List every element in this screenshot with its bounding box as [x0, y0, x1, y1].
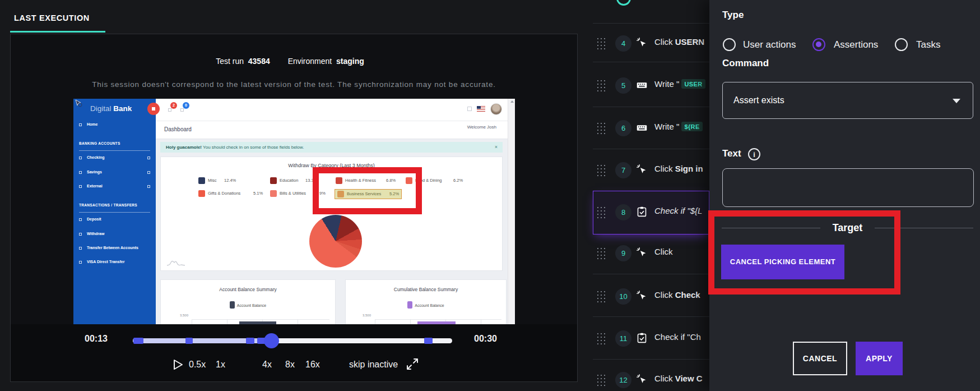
seekbar-event-marker[interactable]	[133, 338, 143, 344]
speed-16x-button[interactable]: 16x	[305, 360, 320, 370]
step-label: Click Check	[654, 290, 700, 300]
step-number-badge: 12	[615, 372, 631, 388]
step-number-badge: 4	[615, 35, 631, 52]
execution-player-panel: Test run 43584 Environment staging This …	[10, 34, 578, 382]
info-icon[interactable]: i	[748, 148, 760, 160]
radio-user-actions-label[interactable]: User actions	[743, 39, 796, 50]
nav-label: Withdraw	[87, 232, 104, 236]
speed-4x-button[interactable]: 4x	[262, 360, 272, 370]
seekbar-event-marker[interactable]	[424, 338, 433, 344]
nav-square-icon	[79, 185, 82, 188]
card-title: Cumulative Balance Summary	[346, 287, 506, 292]
fullscreen-icon[interactable]	[406, 358, 419, 370]
radio-tasks[interactable]	[895, 38, 908, 51]
drag-handle-icon[interactable]	[596, 332, 606, 345]
withdraw-pie-chart	[309, 215, 362, 268]
drag-handle-icon[interactable]	[596, 37, 606, 50]
seekbar-event-marker[interactable]	[185, 338, 193, 344]
step-row-6[interactable]: 6 Write " ${RE	[578, 116, 709, 140]
apps-icon	[467, 107, 472, 111]
assertion-text-input[interactable]	[722, 168, 974, 207]
seekbar-event-marker[interactable]	[246, 338, 254, 344]
nav-divider	[79, 212, 150, 213]
nav-label: Home	[87, 122, 97, 126]
apply-button[interactable]: APPLY	[856, 342, 903, 375]
speed-0-5x-button[interactable]: 0.5x	[189, 360, 206, 370]
step-row-11[interactable]: 11 Check if "Ch	[578, 326, 709, 351]
type-section-label: Type	[722, 10, 744, 21]
cursor-click-icon	[636, 164, 648, 176]
alert-close-icon: ×	[495, 142, 498, 153]
seekbar-playhead[interactable]	[264, 333, 279, 348]
step-row-12[interactable]: 12 Click View C	[578, 367, 709, 391]
drag-handle-icon[interactable]	[596, 290, 606, 303]
cancel-button[interactable]: CANCEL	[793, 342, 847, 375]
command-dropdown[interactable]: Assert exists	[722, 82, 973, 119]
environment-label: Environment	[288, 57, 332, 66]
speed-1x-button[interactable]: 1x	[216, 360, 225, 370]
drag-handle-icon[interactable]	[596, 79, 606, 92]
step-row-9[interactable]: 9 Click	[578, 241, 709, 265]
bank-nav-external: External	[73, 184, 156, 192]
step-number-badge: 6	[615, 120, 631, 136]
scroll-up-chevron-icon[interactable]	[616, 0, 631, 6]
legend-swatch-gifts-donations	[198, 190, 205, 197]
nav-label: Deposit	[87, 217, 101, 221]
step-row-4[interactable]: 4 Click USERN	[578, 31, 709, 56]
step-row-5[interactable]: 5 Write " USER	[578, 73, 709, 98]
nav-label: Transfer Between Accounts	[87, 246, 138, 250]
video-viewport[interactable]: Digital Bank Home BANKING ACCOUNTS Check…	[73, 99, 515, 325]
step-row-10[interactable]: 10 Click Check	[578, 284, 709, 309]
video-inner-scrollbar[interactable]	[508, 99, 515, 325]
tab-active-underline	[10, 31, 105, 33]
speed-8x-button[interactable]: 8x	[285, 360, 295, 370]
legend-label: Bills & Utilities	[280, 191, 306, 196]
play-button[interactable]	[171, 358, 184, 371]
step-label: Click View C	[654, 374, 703, 383]
bank-nav-transfer-between: Transfer Between Accounts	[73, 246, 156, 254]
bank-nav-section-transactions: TRANSACTIONS / TRANSFERS	[79, 203, 152, 207]
notification-badge-blue: 0	[183, 102, 189, 109]
radio-assertions-label[interactable]: Assertions	[834, 39, 878, 50]
legend-swatch-account-balance	[407, 301, 412, 309]
bank-logo-light: Digital	[90, 104, 112, 113]
nav-label: VISA Direct Transfer	[87, 260, 124, 264]
nav-square-icon	[79, 218, 82, 221]
step-number-badge: 9	[615, 245, 631, 261]
legend-value: 12.4%	[224, 178, 236, 183]
step-label: Check if "${L	[654, 206, 702, 215]
nav-label: Savings	[87, 170, 102, 174]
radio-user-actions[interactable]	[723, 38, 736, 51]
annotation-rectangle-legend	[313, 167, 422, 214]
chevron-down-icon	[953, 99, 960, 103]
drag-handle-icon[interactable]	[596, 206, 606, 219]
scroll-up-arrow-icon	[510, 100, 514, 103]
bank-alert-banner: Holy guacamole! You should check in on s…	[160, 142, 503, 153]
welcome-text: Welcome Josh	[467, 125, 496, 130]
step-label: Click Sign in	[654, 164, 703, 173]
run-info: Test run 43584 Environment staging	[11, 57, 577, 66]
radio-tasks-label[interactable]: Tasks	[916, 39, 940, 50]
radio-assertions-selected[interactable]	[812, 38, 825, 51]
bank-logo: Digital Bank	[90, 104, 132, 113]
keyboard-icon	[636, 122, 648, 134]
seekbar[interactable]	[133, 338, 452, 343]
nav-square-icon-right	[147, 185, 150, 188]
cursor-click-icon	[636, 37, 648, 49]
drag-handle-icon[interactable]	[596, 374, 606, 387]
bank-nav-deposit: Deposit	[73, 217, 156, 225]
bank-title-row: Dashboard Welcome Josh	[156, 121, 508, 139]
drag-handle-icon[interactable]	[596, 247, 606, 260]
step-row-7[interactable]: 7 Click Sign in	[578, 158, 709, 182]
step-label: Check if "Ch	[654, 332, 701, 342]
nav-square-icon	[79, 157, 82, 159]
axis-tick-label: 3,500	[363, 314, 371, 317]
drag-handle-icon[interactable]	[596, 122, 606, 135]
step-row-8[interactable]: 8 Check if "${L	[578, 200, 709, 224]
drag-handle-icon[interactable]	[596, 164, 606, 177]
nav-square-icon	[79, 261, 82, 264]
tab-last-execution[interactable]: LAST EXECUTION	[14, 13, 90, 22]
avatar	[490, 103, 502, 115]
nav-square-icon-right	[147, 171, 150, 174]
cursor-click-icon	[636, 247, 648, 259]
